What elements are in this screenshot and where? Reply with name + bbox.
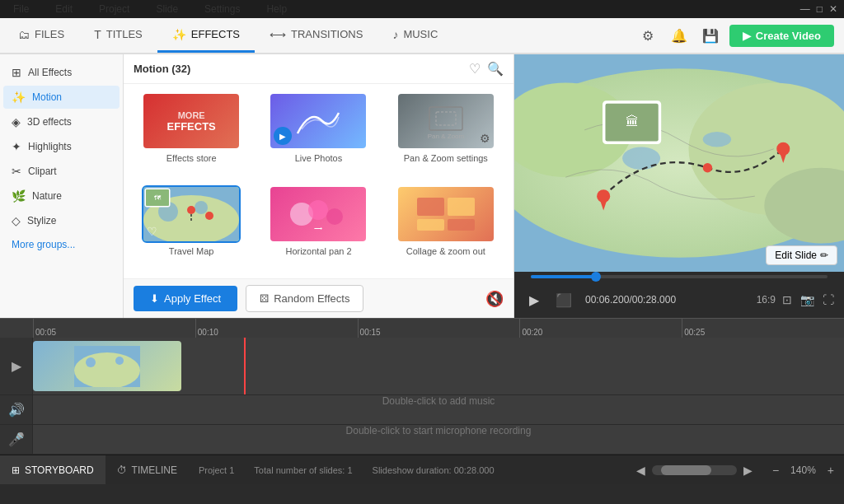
zoom-in-button[interactable]: + [824, 462, 837, 478]
sidebar-item-nature[interactable]: 🌿 Nature [3, 184, 120, 208]
menu-file[interactable]: File [7, 2, 35, 16]
add-music-label[interactable]: Double-click to add music [33, 395, 844, 407]
stylize-icon: ◇ [12, 214, 21, 227]
video-track-icon: ▶ [12, 358, 21, 374]
tab-transitions[interactable]: ⟷ TRANSITIONS [255, 18, 377, 53]
effect-card-more-effects[interactable]: MORE EFFECTS Effects store [132, 92, 251, 177]
nature-icon: 🌿 [12, 189, 26, 203]
add-mic-label[interactable]: Double-click to start microphone recordi… [33, 425, 844, 436]
music-track-content[interactable]: Double-click to add music [33, 395, 844, 424]
aspect-ratio: 16:9 [757, 294, 776, 306]
motion-icon: ✨ [12, 91, 26, 104]
random-effects-button[interactable]: ⚄ Random Effects [246, 285, 363, 312]
video-track-content[interactable] [33, 338, 844, 394]
mic-track-content[interactable]: Double-click to start microphone recordi… [33, 425, 844, 454]
timeline-tab[interactable]: ⏱ TIMELINE [106, 455, 189, 484]
svg-rect-20 [448, 219, 475, 231]
highlights-icon: ✦ [12, 140, 21, 153]
ruler-mark-3: 00:20 [519, 319, 682, 338]
zoom-out-button[interactable]: − [769, 462, 782, 478]
favorite-icon[interactable]: ♡ [469, 61, 481, 77]
snapshot-icon[interactable]: 📷 [799, 292, 816, 308]
expand-icon[interactable]: ⛶ [821, 292, 836, 308]
play-button[interactable]: ▶ [523, 288, 546, 311]
sidebar-item-clipart[interactable]: ✂ Clipart [3, 160, 120, 183]
preview-progress-bar[interactable] [531, 275, 828, 278]
export-icon[interactable]: 💾 [698, 23, 723, 48]
timeline-scrollbar[interactable] [652, 465, 737, 475]
sidebar-item-stylize[interactable]: ◇ Stylize [3, 209, 120, 232]
create-video-button[interactable]: ▶ Create Video [729, 25, 834, 47]
svg-point-26 [622, 147, 660, 170]
video-track: ▶ [0, 338, 844, 395]
edit-slide-button[interactable]: Edit Slide ✏ [766, 245, 837, 265]
sidebar-item-all-effects[interactable]: ⊞ All Effects [3, 61, 120, 84]
music-track-control[interactable]: 🔊 [0, 395, 33, 424]
effect-thumb-pan-zoom: Pan & Zoom ⚙ [396, 92, 495, 150]
menu-help[interactable]: Help [260, 2, 293, 16]
effect-thumb-more-effects: MORE EFFECTS [142, 92, 241, 150]
effect-label-live-photos: Live Photos [295, 153, 342, 163]
maximize-button[interactable]: □ [817, 3, 823, 15]
settings-icon[interactable]: ⚙ [635, 23, 660, 48]
effect-card-travel-map[interactable]: 🗺 ♡ Travel Map [132, 185, 251, 270]
effects-icon: ✨ [172, 28, 186, 41]
timeline-prev-button[interactable]: ◀ [633, 462, 649, 478]
sidebar-item-3d-effects[interactable]: ◈ 3D effects [3, 110, 120, 133]
menu-project[interactable]: Project [92, 2, 136, 16]
svg-point-37 [74, 352, 140, 387]
effects-title: Motion (32) [134, 63, 190, 75]
slides-count: Total number of slides: 1 [244, 465, 362, 475]
video-track-control[interactable]: ▶ [0, 338, 33, 394]
all-effects-icon: ⊞ [12, 66, 21, 79]
tab-titles[interactable]: T TITLES [79, 18, 157, 53]
tab-music[interactable]: ♪ MUSIC [377, 18, 452, 53]
close-button[interactable]: ✕ [829, 3, 837, 15]
notifications-icon[interactable]: 🔔 [667, 23, 692, 48]
svg-text:🗺: 🗺 [154, 194, 162, 202]
effect-card-horizontal-pan[interactable]: ⟶ Horizontal pan 2 [259, 185, 377, 270]
more-groups-link[interactable]: More groups... [3, 234, 120, 255]
svg-text:⟶: ⟶ [314, 226, 322, 231]
search-icon[interactable]: 🔍 [487, 61, 504, 77]
effect-card-pan-zoom[interactable]: Pan & Zoom ⚙ Pan & Zoom settings [387, 92, 505, 177]
mute-button[interactable]: 🔇 [485, 290, 504, 308]
tab-bar: 🗂 FILES T TITLES ✨ EFFECTS ⟷ TRANSITIONS… [0, 18, 844, 54]
svg-point-15 [326, 208, 343, 225]
apply-icon: ⬇ [150, 292, 159, 305]
minimize-button[interactable]: — [800, 3, 810, 15]
time-display: 00:06.200/00:28.000 [585, 294, 676, 306]
files-icon: 🗂 [18, 28, 30, 41]
tab-effects[interactable]: ✨ EFFECTS [157, 18, 255, 53]
effects-header: Motion (32) ♡ 🔍 [124, 54, 513, 84]
tab-files[interactable]: 🗂 FILES [3, 18, 79, 53]
microphone-icon: 🎤 [8, 432, 25, 447]
ruler-mark-2: 00:15 [358, 319, 520, 338]
sidebar-item-motion[interactable]: ✨ Motion [3, 86, 120, 109]
menu-settings[interactable]: Settings [198, 2, 246, 16]
preview-progress-fill [531, 275, 596, 278]
mic-track-control[interactable]: 🎤 [0, 425, 33, 454]
svg-point-32 [703, 163, 712, 172]
svg-text:🏛: 🏛 [626, 114, 639, 128]
menu-slide[interactable]: Slide [149, 2, 185, 16]
sidebar-item-highlights[interactable]: ✦ Highlights [3, 135, 120, 158]
preview-progress-thumb[interactable] [591, 272, 601, 282]
effect-label-horizontal-pan: Horizontal pan 2 [285, 246, 351, 256]
project-label: Project 1 [189, 465, 244, 475]
effect-card-collage-zoom[interactable]: Collage & zoom out [387, 185, 505, 270]
effect-label-pan-zoom: Pan & Zoom settings [404, 153, 488, 163]
fullscreen-icon[interactable]: ⊡ [781, 292, 794, 308]
apply-effect-button[interactable]: ⬇ Apply Effect [134, 286, 237, 311]
effect-thumb-live-photos: ▶ [269, 92, 368, 150]
preview-video-area: 🏛 Edit Slide ✏ [514, 54, 844, 272]
random-icon: ⚄ [260, 292, 269, 305]
stop-button[interactable]: ⬛ [552, 288, 575, 311]
effect-card-live-photos[interactable]: ▶ Live Photos [259, 92, 377, 177]
preview-controls: ▶ ⬛ 00:06.200/00:28.000 16:9 ⊡ 📷 ⛶ [514, 282, 844, 318]
ruler-mark-4: 00:25 [682, 319, 844, 338]
microphone-track: 🎤 Double-click to start microphone recor… [0, 425, 844, 455]
timeline-next-button[interactable]: ▶ [740, 462, 756, 478]
menu-edit[interactable]: Edit [49, 2, 79, 16]
storyboard-tab[interactable]: ⊞ STORYBOARD [0, 455, 106, 484]
